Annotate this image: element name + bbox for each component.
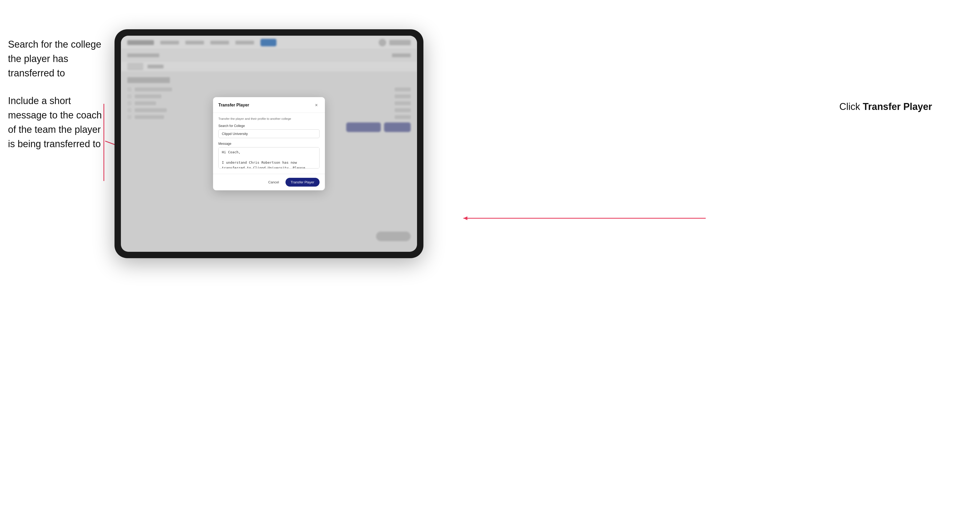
transfer-player-button[interactable]: Transfer Player	[285, 178, 320, 187]
cancel-button[interactable]: Cancel	[265, 178, 282, 186]
annotation-right-container: Click Transfer Player	[839, 101, 932, 112]
transfer-player-modal: Transfer Player × Transfer the player an…	[213, 97, 325, 190]
modal-close-button[interactable]: ×	[313, 102, 320, 108]
modal-footer: Cancel Transfer Player	[213, 174, 325, 190]
annotation-transfer-bold: Transfer Player	[863, 101, 932, 112]
message-textarea[interactable]: Hi Coach, I understand Chris Robertson h…	[218, 147, 320, 168]
annotation-message-text: Include a short message to the coach of …	[8, 94, 104, 151]
modal-overlay: Transfer Player × Transfer the player an…	[121, 36, 417, 252]
annotation-click-prefix: Click	[839, 101, 863, 112]
annotation-search-text: Search for the college the player has tr…	[8, 37, 104, 80]
search-college-label: Search for College	[218, 124, 320, 128]
tablet-device: Transfer Player × Transfer the player an…	[115, 29, 423, 258]
tablet-screen: Transfer Player × Transfer the player an…	[121, 36, 417, 252]
message-label: Message	[218, 142, 320, 146]
modal-header: Transfer Player ×	[213, 97, 325, 113]
modal-description: Transfer the player and their profile to…	[218, 117, 320, 120]
modal-body: Transfer the player and their profile to…	[213, 113, 325, 174]
annotation-left-container: Search for the college the player has tr…	[8, 37, 104, 165]
modal-title: Transfer Player	[218, 103, 249, 108]
svg-marker-3	[463, 216, 467, 220]
search-college-input[interactable]	[218, 129, 320, 138]
